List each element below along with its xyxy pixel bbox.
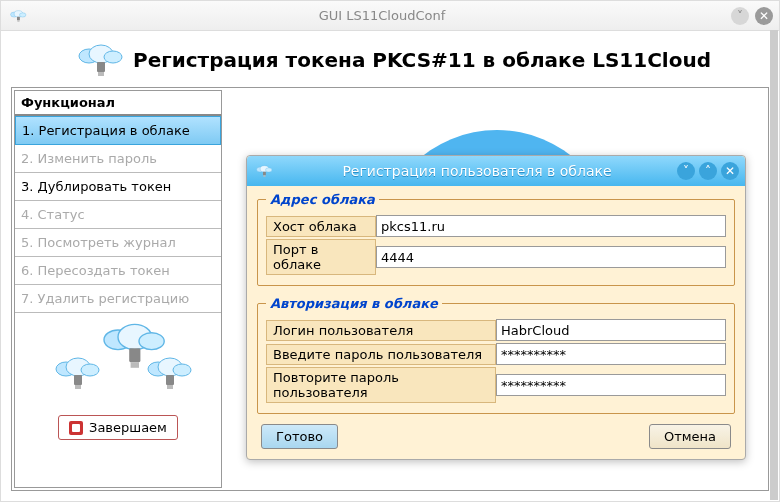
sidebar-item-delete-registration[interactable]: 7. Удалить регистрацию	[15, 285, 221, 313]
dialog-title: Регистрация пользователя в облаке	[277, 163, 677, 179]
sidebar-item-status[interactable]: 4. Статус	[15, 201, 221, 229]
sidebar-item-view-log[interactable]: 5. Посмотреть журнал	[15, 229, 221, 257]
ok-button[interactable]: Готово	[261, 424, 338, 449]
window-title: GUI LS11CloudConf	[33, 8, 731, 23]
input-password-repeat[interactable]	[496, 374, 726, 396]
finish-button[interactable]: Завершаем	[58, 415, 178, 440]
finish-label: Завершаем	[89, 420, 167, 435]
input-login[interactable]	[496, 319, 726, 341]
legend-address: Адрес облака	[266, 192, 379, 207]
banner-heading: Регистрация токена PKCS#11 в облаке LS11…	[133, 48, 711, 72]
sidebar-title: Функционал	[15, 91, 221, 116]
label-host: Хост облака	[266, 216, 376, 237]
scrollbar[interactable]	[770, 30, 778, 500]
stop-icon	[69, 421, 83, 435]
close-button[interactable]: ✕	[755, 7, 773, 25]
dialog-close-button[interactable]: ✕	[721, 162, 739, 180]
minimize-button[interactable]: ˅	[731, 7, 749, 25]
group-cloud-auth: Авторизация в облаке Логин пользователя …	[257, 296, 735, 414]
dialog-titlebar: Регистрация пользователя в облаке ˅ ˄ ✕	[247, 156, 745, 186]
sidebar: Функционал 1. Регистрация в облаке 2. Из…	[14, 90, 222, 488]
clouds-icon	[38, 319, 198, 399]
banner: Регистрация токена PKCS#11 в облаке LS11…	[11, 39, 769, 87]
app-icon	[7, 9, 27, 23]
sidebar-item-change-password[interactable]: 2. Изменить пароль	[15, 145, 221, 173]
label-port: Порт в облаке	[266, 239, 376, 275]
sidebar-image	[15, 313, 221, 409]
registration-dialog: Регистрация пользователя в облаке ˅ ˄ ✕ …	[246, 155, 746, 460]
input-host[interactable]	[376, 215, 726, 237]
label-password: Введите пароль пользователя	[266, 344, 496, 365]
cancel-button[interactable]: Отмена	[649, 424, 731, 449]
dialog-icon	[253, 164, 273, 178]
label-password-repeat: Повторите пароль пользователя	[266, 367, 496, 403]
scrollbar-thumb[interactable]	[770, 30, 778, 500]
titlebar: GUI LS11CloudConf ˅ ✕	[1, 1, 779, 31]
input-password[interactable]	[496, 343, 726, 365]
dialog-collapse-button[interactable]: ˅	[677, 162, 695, 180]
dialog-body: Адрес облака Хост облака Порт в облаке А…	[247, 186, 745, 459]
label-login: Логин пользователя	[266, 320, 496, 341]
input-port[interactable]	[376, 246, 726, 268]
banner-logo-icon	[69, 43, 125, 77]
sidebar-item-recreate-token[interactable]: 6. Пересоздать токен	[15, 257, 221, 285]
sidebar-item-duplicate-token[interactable]: 3. Дублировать токен	[15, 173, 221, 201]
dialog-expand-button[interactable]: ˄	[699, 162, 717, 180]
legend-auth: Авторизация в облаке	[266, 296, 442, 311]
group-cloud-address: Адрес облака Хост облака Порт в облаке	[257, 192, 735, 286]
sidebar-item-register[interactable]: 1. Регистрация в облаке	[15, 116, 221, 145]
